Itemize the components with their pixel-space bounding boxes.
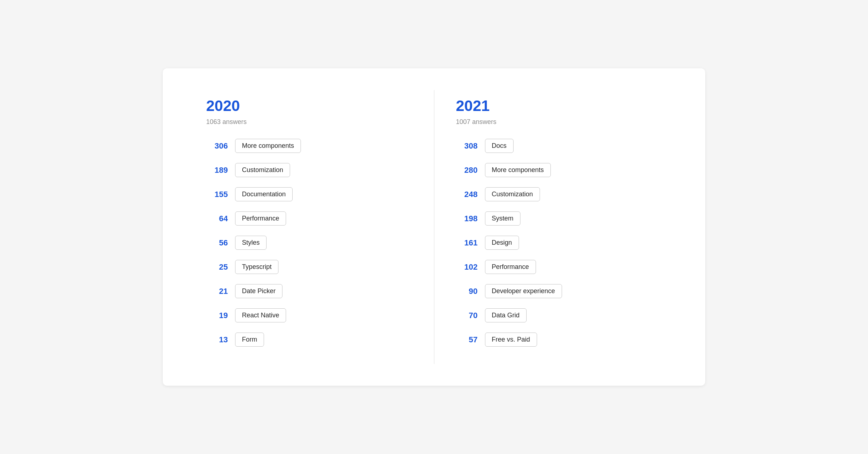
list-item: 306More components: [206, 139, 412, 153]
item-label: React Native: [235, 308, 286, 322]
item-label: Customization: [485, 187, 540, 201]
item-label: Developer experience: [485, 284, 562, 298]
item-label: Data Grid: [485, 308, 527, 322]
item-label: Documentation: [235, 187, 293, 201]
list-item: 189Customization: [206, 163, 412, 177]
item-count: 64: [206, 214, 228, 223]
item-count: 155: [206, 190, 228, 199]
list-item: 21Date Picker: [206, 284, 412, 298]
list-item: 102Performance: [456, 260, 662, 274]
item-count: 102: [456, 262, 478, 272]
item-label: Performance: [485, 260, 536, 274]
year-title: 2020: [206, 97, 412, 115]
list-item: 198System: [456, 211, 662, 226]
list-item: 64Performance: [206, 211, 412, 226]
answers-count: 1063 answers: [206, 118, 412, 126]
item-label: Design: [485, 236, 519, 250]
list-item: 90Developer experience: [456, 284, 662, 298]
item-count: 56: [206, 238, 228, 248]
item-count: 13: [206, 335, 228, 344]
list-item: 19React Native: [206, 308, 412, 322]
item-count: 248: [456, 190, 478, 199]
item-count: 161: [456, 238, 478, 248]
item-count: 306: [206, 141, 228, 151]
list-item: 161Design: [456, 236, 662, 250]
year-title: 2021: [456, 97, 662, 115]
item-label: Date Picker: [235, 284, 282, 298]
item-label: Typescript: [235, 260, 278, 274]
item-label: Form: [235, 333, 264, 347]
answers-count: 1007 answers: [456, 118, 662, 126]
item-label: Customization: [235, 163, 290, 177]
item-count: 19: [206, 311, 228, 320]
main-container: 20201063 answers306More components189Cus…: [163, 68, 705, 386]
item-count: 280: [456, 166, 478, 175]
list-item: 70Data Grid: [456, 308, 662, 322]
list-item: 13Form: [206, 333, 412, 347]
right-panel: 20211007 answers308Docs280More component…: [442, 90, 677, 364]
item-label: Styles: [235, 236, 267, 250]
item-label: More components: [235, 139, 301, 153]
item-count: 198: [456, 214, 478, 223]
list-item: 25Typescript: [206, 260, 412, 274]
item-count: 70: [456, 311, 478, 320]
item-count: 25: [206, 262, 228, 272]
item-count: 57: [456, 335, 478, 344]
item-count: 21: [206, 287, 228, 296]
panel-divider: [434, 90, 434, 364]
item-count: 308: [456, 141, 478, 151]
list-item: 308Docs: [456, 139, 662, 153]
item-label: Performance: [235, 211, 286, 226]
list-item: 57Free vs. Paid: [456, 333, 662, 347]
item-label: Docs: [485, 139, 514, 153]
list-item: 280More components: [456, 163, 662, 177]
list-item: 248Customization: [456, 187, 662, 201]
item-label: Free vs. Paid: [485, 333, 537, 347]
item-label: System: [485, 211, 520, 226]
left-panel: 20201063 answers306More components189Cus…: [192, 90, 427, 364]
list-item: 56Styles: [206, 236, 412, 250]
item-count: 90: [456, 287, 478, 296]
list-item: 155Documentation: [206, 187, 412, 201]
item-label: More components: [485, 163, 551, 177]
item-count: 189: [206, 166, 228, 175]
